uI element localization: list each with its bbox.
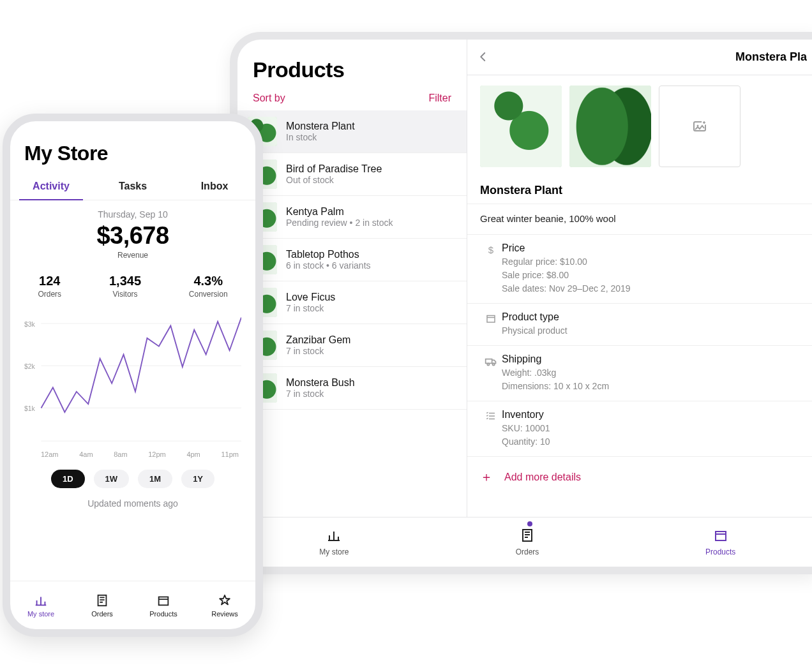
star-icon <box>218 593 232 607</box>
back-chevron-icon[interactable] <box>477 48 495 66</box>
product-name: Bird of Paradise Tree <box>286 163 382 175</box>
phone-nav-products-label: Products <box>149 610 177 618</box>
svg-rect-4 <box>487 316 495 323</box>
shipping-title: Shipping <box>502 354 804 365</box>
product-subtext: 7 in stock <box>286 346 350 356</box>
chart-icon <box>326 528 342 545</box>
tab-activity[interactable]: Activity <box>10 174 92 200</box>
revenue-amount: $3,678 <box>10 220 255 249</box>
stat-orders: 124 Orders <box>38 274 61 299</box>
product-subtext: 7 in stock <box>286 389 355 399</box>
shipping-weight: Weight: .03kg <box>502 366 804 380</box>
phone-nav-mystore[interactable]: My store <box>10 581 71 629</box>
inventory-qty: Quantity: 10 <box>502 435 804 449</box>
product-item[interactable]: Tabletop Pothos 6 in stock • 6 variants <box>237 239 467 281</box>
tablet-bottom-nav: My store Orders Products <box>237 517 812 567</box>
add-image-button[interactable] <box>659 86 741 167</box>
price-row[interactable]: $ Price Regular price: $10.00 Sale price… <box>467 235 812 304</box>
product-type-row[interactable]: Product type Physical product <box>467 304 812 346</box>
x-tick: 4pm <box>186 450 200 458</box>
box-icon <box>713 528 728 545</box>
product-subtext: Out of stock <box>286 175 382 185</box>
product-item[interactable]: Kentya Palm Pending review • 2 in stock <box>237 196 467 239</box>
add-image-icon <box>692 119 707 134</box>
product-subtext: 6 in stock • 6 variants <box>286 260 371 271</box>
range-1y[interactable]: 1Y <box>181 470 214 488</box>
receipt-icon <box>95 593 109 607</box>
svg-point-6 <box>487 363 489 365</box>
y-tick: $1k <box>24 405 36 412</box>
sort-by-link[interactable]: Sort by <box>253 93 285 104</box>
stat-orders-value: 124 <box>38 274 61 288</box>
product-image[interactable] <box>569 86 651 167</box>
phone-tabs: Activity Tasks Inbox <box>10 174 255 200</box>
product-subtext: 7 in stock <box>286 303 335 313</box>
nav-products-label: Products <box>705 547 735 556</box>
product-item[interactable]: Zanzibar Gem 7 in stock <box>237 324 467 367</box>
product-type-value: Physical product <box>502 324 804 338</box>
x-tick: 11pm <box>221 450 239 458</box>
nav-mystore[interactable]: My store <box>237 517 431 567</box>
date-label: Thursday, Sep 10 <box>10 200 255 220</box>
shipping-dimensions: Dimensions: 10 x 10 x 2cm <box>502 380 804 393</box>
svg-rect-9 <box>716 532 726 540</box>
add-more-details-link[interactable]: ＋ Add more details <box>467 457 812 497</box>
product-item[interactable]: Bird of Paradise Tree Out of stock <box>237 153 467 196</box>
svg-rect-5 <box>486 359 492 364</box>
nav-orders-label: Orders <box>516 547 539 556</box>
x-tick: 8am <box>114 450 127 458</box>
x-tick: 12am <box>41 450 59 458</box>
tab-inbox[interactable]: Inbox <box>174 174 255 200</box>
stat-conversion-value: 4.3% <box>189 274 228 288</box>
phone-nav-mystore-label: My store <box>27 610 54 618</box>
nav-products[interactable]: Products <box>624 517 812 567</box>
filter-link[interactable]: Filter <box>428 93 451 104</box>
product-image[interactable] <box>480 86 562 167</box>
chart-svg: $3k $2k $1k <box>24 308 241 448</box>
product-item[interactable]: Monstera Bush 7 in stock <box>237 367 467 410</box>
product-list: Monstera Plant In stock Bird of Paradise… <box>237 110 467 567</box>
nav-orders[interactable]: Orders <box>431 517 624 567</box>
product-subtext: In stock <box>286 132 355 142</box>
receipt-icon <box>520 528 535 545</box>
phone-nav-reviews[interactable]: Reviews <box>194 581 255 629</box>
products-panel: Products Sort by Filter Monstera Plant I… <box>237 40 467 567</box>
price-title: Price <box>502 242 804 254</box>
product-name: Love Ficus <box>286 292 335 303</box>
product-name: Zanzibar Gem <box>286 334 350 346</box>
tablet-device: Products Sort by Filter Monstera Plant I… <box>230 32 812 574</box>
product-detail-panel: Monstera Pla <box>467 40 812 567</box>
svg-point-7 <box>493 363 495 365</box>
price-regular: Regular price: $10.00 <box>502 255 804 269</box>
range-1d[interactable]: 1D <box>51 470 85 488</box>
updated-label: Updated moments ago <box>24 488 241 515</box>
x-tick: 12pm <box>148 450 166 458</box>
tab-tasks[interactable]: Tasks <box>92 174 174 200</box>
range-1m[interactable]: 1M <box>138 470 172 488</box>
product-type-title: Product type <box>502 311 804 323</box>
phone-bottom-nav: My store Orders Products Reviews <box>10 581 255 629</box>
product-subtext: Pending review • 2 in stock <box>286 218 393 228</box>
range-1w[interactable]: 1W <box>94 470 130 488</box>
phone-nav-products[interactable]: Products <box>133 581 194 629</box>
add-more-label: Add more details <box>504 472 581 483</box>
x-tick: 4am <box>79 450 93 458</box>
product-item[interactable]: Monstera Plant In stock <box>237 110 467 153</box>
inventory-title: Inventory <box>502 409 804 421</box>
product-name: Tabletop Pothos <box>286 249 371 260</box>
dollar-icon: $ <box>480 242 502 295</box>
chart-icon <box>34 593 48 607</box>
detail-header-title: Monstera Pla <box>495 50 807 64</box>
inventory-sku: SKU: 10001 <box>502 422 804 435</box>
shipping-row[interactable]: Shipping Weight: .03kg Dimensions: 10 x … <box>467 346 812 401</box>
stat-visitors: 1,345 Visitors <box>109 274 141 299</box>
store-title: My Store <box>10 130 255 174</box>
detail-product-name: Monstera Plant <box>467 177 812 204</box>
inventory-row[interactable]: Inventory SKU: 10001 Quantity: 10 <box>467 401 812 457</box>
product-item[interactable]: Love Ficus 7 in stock <box>237 281 467 324</box>
svg-rect-15 <box>159 597 169 605</box>
svg-text:$: $ <box>488 244 494 255</box>
y-tick: $2k <box>24 363 36 370</box>
phone-nav-orders[interactable]: Orders <box>71 581 133 629</box>
notification-dot-icon <box>527 521 532 526</box>
